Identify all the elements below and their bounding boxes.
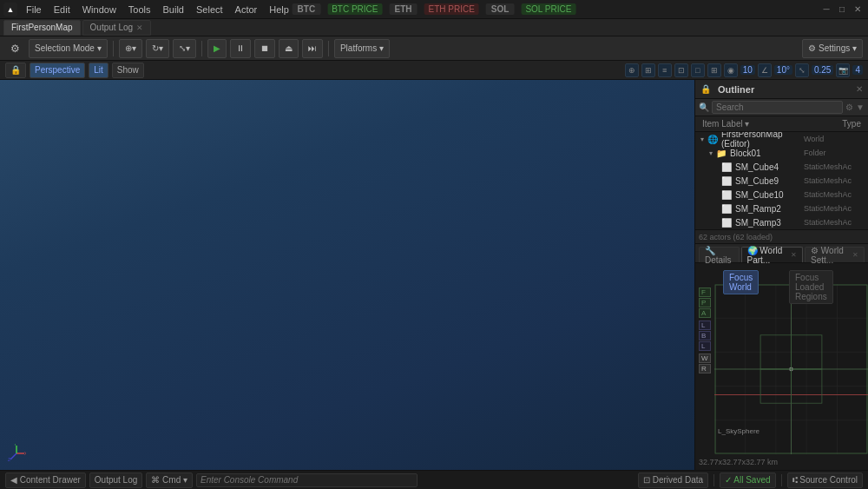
stop-button[interactable]: ⏹ [254, 39, 275, 58]
perspective-button[interactable]: Perspective [30, 63, 85, 78]
tab-firstpersonmap-label: FirstPersonMap [11, 23, 73, 32]
transform-translate-button[interactable]: ⊕▾ [119, 39, 142, 58]
content-drawer-button[interactable]: ◀ Content Drawer [5, 472, 86, 488]
tree-label-6: SM_Ramp3 [735, 218, 802, 228]
tab-output-log[interactable]: Output Log ✕ [82, 20, 151, 36]
platforms-label: Platforms ▾ [340, 43, 384, 53]
outliner-status-text: 62 actors (62 loaded) [699, 233, 773, 241]
details-tab-world-settings[interactable]: ⚙ World Sett... ✕ [805, 247, 865, 262]
vp-icon-1[interactable]: ⊕ [625, 63, 639, 77]
vp-icon-6[interactable]: ⊞ [707, 63, 721, 77]
outliner-settings-icon[interactable]: ⚙ [845, 102, 853, 112]
vp-icon-2[interactable]: ⊞ [641, 63, 655, 77]
play-button[interactable]: ▶ [207, 39, 227, 58]
output-log-label: Output Log [95, 475, 137, 485]
tree-label-1: Block01 [730, 149, 802, 158]
details-tab-details-label: 🔧 Details [705, 246, 733, 265]
legend-l1: L [699, 320, 711, 330]
source-control-label: ⑆ Source Control [792, 475, 858, 485]
tree-type-5: StaticMeshAc [804, 204, 865, 213]
viewport[interactable]: X Y Z [0, 80, 694, 470]
grid-size-value: 10 [740, 65, 755, 75]
menu-build[interactable]: Build [158, 3, 189, 17]
viewport-container[interactable]: X Y Z [0, 80, 694, 470]
scale-value: 0.25 [812, 65, 833, 75]
tree-label-4: SM_Cube10 [735, 190, 802, 200]
details-panel: 🔧 Details 🌍 World Part... ✕ ⚙ World Sett… [695, 243, 868, 470]
tree-item-smcube9[interactable]: ⬜ SM_Cube9 StaticMeshAc [695, 174, 868, 188]
viewport-lock-button[interactable]: 🔒 [5, 63, 26, 78]
details-tab-world-part-close[interactable]: ✕ [791, 251, 797, 259]
selection-mode-label: Selection Mode [35, 43, 95, 53]
vp-icon-4[interactable]: ⊡ [674, 63, 688, 77]
maximize-button[interactable]: □ [835, 3, 849, 17]
title-center: BTC BTC PRICE ETH ETH PRICE SOL SOL PRIC… [293, 3, 576, 15]
vp-icon-5[interactable]: □ [691, 63, 705, 77]
tree-item-smcube4[interactable]: ⬜ SM_Cube4 StaticMeshAc [695, 160, 868, 174]
menu-file[interactable]: File [21, 3, 47, 17]
menu-actor[interactable]: Actor [230, 3, 263, 17]
output-log-button[interactable]: Output Log [89, 472, 142, 488]
menu-tools[interactable]: Tools [123, 3, 156, 17]
tree-item-firstpersonmap[interactable]: ▾ 🌐 FirstPersonMap (Editor) World [695, 132, 868, 146]
menu-edit[interactable]: Edit [49, 3, 76, 17]
focus-world-button[interactable]: Focus World [723, 270, 759, 294]
tab-output-log-close[interactable]: ✕ [136, 23, 143, 32]
close-button[interactable]: ✕ [851, 3, 865, 17]
content-drawer-label: ◀ Content Drawer [10, 475, 81, 485]
menu-help[interactable]: Help [264, 3, 294, 17]
outliner-status: 62 actors (62 loaded) [695, 229, 868, 243]
cmd-button[interactable]: ⌘ Cmd ▾ [146, 472, 193, 488]
map-size-label: 32.77x32.77x32.77 km [699, 458, 778, 466]
vp-icon-7[interactable]: ◉ [724, 63, 738, 77]
all-saved-label: ✓ All Saved [725, 475, 770, 485]
minimize-button[interactable]: ─ [819, 3, 833, 17]
tree-item-smramp3[interactable]: ⬜ SM_Ramp3 StaticMeshAc [695, 215, 868, 229]
transform-scale-button[interactable]: ⤡▾ [173, 39, 196, 58]
bottom-bar: ◀ Content Drawer Output Log ⌘ Cmd ▾ ⊡ De… [0, 470, 868, 489]
tree-world-icon: 🌐 [707, 135, 718, 144]
tree-item-smcube10[interactable]: ⬜ SM_Cube10 StaticMeshAc [695, 188, 868, 202]
focus-loaded-button[interactable]: Focus Loaded Regions [789, 270, 833, 304]
settings-button[interactable]: ⚙ Settings ▾ [802, 39, 863, 58]
legend-r: R [699, 364, 711, 373]
legend-a: A [699, 308, 711, 318]
menu-window[interactable]: Window [77, 3, 122, 17]
selection-mode-button[interactable]: Selection Mode ▾ [29, 39, 108, 58]
tree-item-smramp2[interactable]: ⬜ SM_Ramp2 StaticMeshAc [695, 202, 868, 215]
console-input[interactable] [196, 473, 418, 487]
lit-button[interactable]: Lit [89, 63, 108, 78]
pause-button[interactable]: ⏸ [230, 39, 251, 58]
tab-firstpersonmap[interactable]: FirstPersonMap [3, 20, 81, 36]
vp-icon-3[interactable]: ≡ [658, 63, 672, 77]
search-input[interactable] [712, 101, 843, 114]
vp-camera-icon[interactable]: 📷 [836, 63, 850, 77]
transform-rotate-button[interactable]: ↻▾ [146, 39, 169, 58]
tree-item-block01[interactable]: ▾ 📁 Block01 Folder [695, 146, 868, 160]
outliner-filter-icon[interactable]: ▼ [856, 102, 865, 112]
legend-f: F [699, 287, 711, 297]
details-tab-world-part[interactable]: 🌍 World Part... ✕ [741, 247, 804, 262]
details-tab-details[interactable]: 🔧 Details [699, 247, 740, 262]
all-saved-button[interactable]: ✓ All Saved [720, 472, 775, 488]
svg-text:Z: Z [8, 457, 10, 462]
legend-l2: L [699, 341, 711, 351]
skip-button[interactable]: ⏭ [302, 39, 323, 58]
sol-price: SOL PRICE [521, 3, 575, 15]
cmd-label: ⌘ Cmd ▾ [151, 475, 187, 485]
eject-button[interactable]: ⏏ [279, 39, 299, 58]
details-tab-world-settings-close[interactable]: ✕ [852, 251, 858, 259]
menu-select[interactable]: Select [191, 3, 228, 17]
vp-scale-icon[interactable]: ⤡ [795, 63, 809, 77]
legend-p: P [699, 298, 711, 307]
btc-label: BTC [293, 3, 321, 15]
derived-data-button[interactable]: ⊡ Derived Data [638, 472, 708, 488]
platforms-button[interactable]: Platforms ▾ [334, 39, 390, 58]
outliner-close-icon[interactable]: ✕ [856, 84, 863, 94]
col-item-label: Item Label ▾ [699, 119, 838, 129]
tree-arrow-0: ▾ [700, 135, 704, 143]
vp-angle-icon[interactable]: ∠ [758, 63, 772, 77]
show-button[interactable]: Show [112, 63, 144, 78]
source-control-button[interactable]: ⑆ Source Control [787, 472, 863, 488]
tree-label-5: SM_Ramp2 [735, 204, 802, 214]
